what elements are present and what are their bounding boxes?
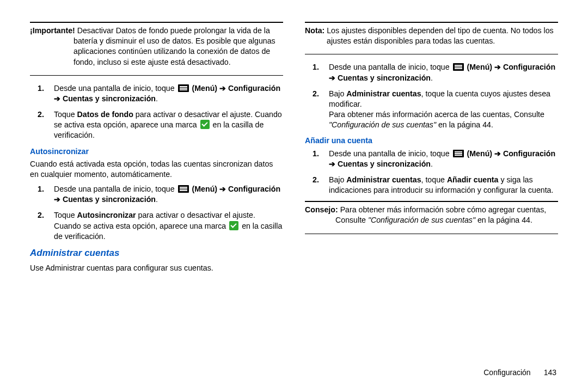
menu-icon	[453, 150, 464, 157]
tip-box: Consejo: Para obtener más información so…	[305, 201, 558, 234]
step-1: 1. Desde una pantalla de inicio, toque (…	[305, 62, 558, 83]
manual-page: ¡Importante! Desactivar Datos de fondo p…	[0, 0, 588, 392]
steps-add-account: 1. Desde una pantalla de inicio, toque (…	[305, 149, 558, 196]
step-text-c: .	[431, 160, 433, 168]
step-text-c: .	[431, 74, 433, 82]
note-body: Los ajustes disponibles dependen del tip…	[327, 26, 554, 45]
step-1: 1. Desde una pantalla de inicio, toque (…	[30, 83, 283, 104]
footer-page-number: 143	[544, 368, 556, 377]
steps-autosync: 1. Desde una pantalla de inicio, toque (…	[30, 184, 283, 242]
step-2: 2. Bajo Administrar cuentas, toque Añadi…	[305, 175, 558, 195]
page-footer: Configuración143	[483, 367, 556, 378]
check-icon	[200, 120, 210, 129]
tip-body-c: en la página 44.	[475, 216, 532, 224]
step-1: 1. Desde una pantalla de inicio, toque (…	[305, 149, 558, 169]
note-label: ¡Importante!	[30, 26, 75, 35]
step-number: 1.	[313, 149, 319, 159]
footer-section: Configuración	[483, 368, 530, 377]
step-text-a: Desde una pantalla de inicio, toque	[54, 84, 177, 93]
step-text-d: Para obtener más información acerca de l…	[329, 110, 544, 119]
step-number: 2.	[38, 109, 44, 120]
step-number: 2.	[38, 210, 44, 220]
check-icon	[229, 221, 238, 230]
step-text-a: Bajo	[329, 89, 346, 98]
heading-manage-accounts: Administrar cuentas	[30, 247, 283, 260]
heading-add-account: Añadir una cuenta	[305, 136, 558, 146]
step-text-b: Datos de fondo	[77, 110, 133, 119]
step-text-f: en la página 44.	[436, 120, 493, 129]
step-number: 1.	[313, 62, 319, 72]
step-text-a: Desde una pantalla de inicio, toque	[54, 185, 177, 193]
menu-icon	[178, 84, 189, 92]
reference-link: "Configuración de sus cuentas"	[329, 120, 436, 129]
note-body: Desactivar Datos de fondo puede prolonga…	[74, 26, 275, 66]
note-text: Nota: Los ajustes disponibles dependen d…	[305, 26, 558, 46]
menu-icon	[453, 63, 464, 71]
reference-link: "Configuración de sus cuentas"	[368, 216, 475, 224]
steps-manage: 1. Desde una pantalla de inicio, toque (…	[305, 62, 558, 130]
steps-background-data: 1. Desde una pantalla de inicio, toque (…	[30, 83, 283, 141]
step-text-d: Añadir cuenta	[447, 175, 499, 184]
step-number: 1.	[38, 83, 44, 94]
note-label: Nota:	[305, 26, 324, 35]
step-text-a: Desde una pantalla de inicio, toque	[329, 63, 452, 71]
heading-autosync: Autosincronizar	[30, 146, 283, 157]
step-2: 2. Toque Autosincronizar para activar o …	[30, 210, 283, 242]
step-text-c: .	[156, 195, 158, 204]
step-text-b: Administrar cuentas	[346, 175, 421, 184]
paragraph-manage-accounts: Use Administrar cuentas para configurar …	[30, 263, 283, 273]
paragraph-autosync: Cuando está activada esta opción, todas …	[30, 159, 283, 180]
note-box: Nota: Los ajustes disponibles dependen d…	[305, 22, 558, 54]
step-2: 2. Toque Datos de fondo para activar o d…	[30, 109, 283, 141]
tip-text: Consejo: Para obtener más información so…	[305, 205, 558, 225]
step-text-c: .	[156, 94, 158, 103]
step-number: 2.	[313, 89, 319, 99]
step-number: 2.	[313, 175, 319, 185]
step-number: 1.	[38, 184, 44, 194]
step-text-a: Toque	[54, 211, 77, 219]
step-text-a: Toque	[54, 110, 77, 119]
step-text-a: Bajo	[329, 175, 346, 184]
tip-label: Consejo:	[305, 205, 338, 214]
menu-icon	[178, 185, 189, 193]
step-text-b: Autosincronizar	[77, 211, 136, 219]
step-1: 1. Desde una pantalla de inicio, toque (…	[30, 184, 283, 205]
step-text-a: Desde una pantalla de inicio, toque	[329, 149, 452, 158]
important-note: ¡Importante! Desactivar Datos de fondo p…	[30, 22, 283, 76]
step-text-b: Administrar cuentas	[346, 89, 421, 98]
two-column-layout: ¡Importante! Desactivar Datos de fondo p…	[30, 22, 558, 359]
step-text-c: , toque	[421, 175, 447, 184]
step-2: 2. Bajo Administrar cuentas, toque la cu…	[305, 89, 558, 131]
note-text: ¡Importante! Desactivar Datos de fondo p…	[30, 26, 283, 68]
